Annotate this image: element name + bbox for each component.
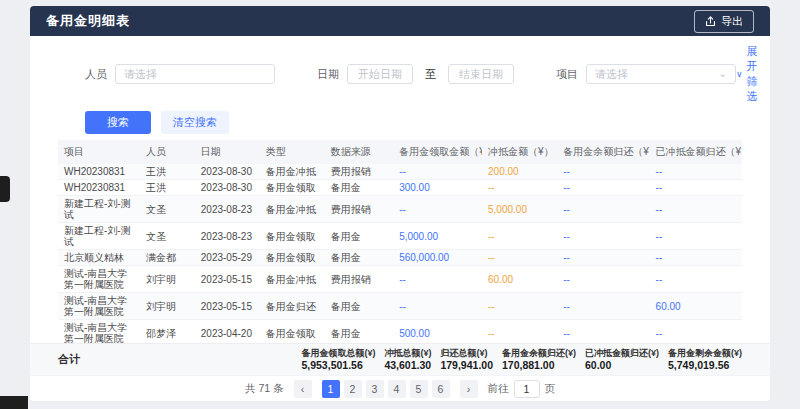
page-button[interactable]: 1: [322, 380, 340, 398]
cell-person: 满金都: [140, 250, 195, 266]
petty-cash-table: 项目人员日期类型数据来源备用金领取金额（¥）冲抵金额（¥）备用金余额归还（¥）已…: [58, 140, 742, 343]
goto-page: 前往 1 页: [488, 380, 556, 398]
goto-page-input[interactable]: 1: [514, 380, 540, 398]
table-row[interactable]: WH20230831 王洪 2023-08-30 备用金领取 备用金 300.0…: [58, 180, 742, 196]
column-header: 已冲抵金额归还（¥）: [650, 140, 742, 164]
goto-label-suffix: 页: [545, 382, 556, 396]
summary-item-value: 5,953,501.56: [301, 359, 375, 372]
cell-date: 2023-08-23: [195, 223, 260, 250]
table-row[interactable]: 新建工程-刘-测试 文圣 2023-08-23 备用金冲抵 费用报销 -- 5,…: [58, 196, 742, 223]
project-filter-label: 项目: [556, 67, 578, 82]
clear-search-button[interactable]: 清空搜索: [161, 111, 229, 134]
cell-source: 备用金: [325, 320, 393, 344]
date-start-input[interactable]: 开始日期: [347, 64, 413, 84]
page-button[interactable]: 2: [344, 380, 362, 398]
summary-item-label: 备用金领取总额(¥): [301, 347, 375, 359]
cell-source: 费用报销: [325, 196, 393, 223]
cell-source: 备用金: [325, 250, 393, 266]
content-card: 人员 请选择 日期 开始日期 至 结束日期 项目: [30, 36, 770, 401]
cell-offset-amount: --: [482, 180, 557, 196]
date-end-placeholder: 结束日期: [459, 67, 503, 82]
cell-type: 备用金领取: [260, 320, 325, 344]
search-button[interactable]: 搜索: [85, 111, 151, 134]
cell-project: WH20230831: [58, 164, 140, 180]
page-button[interactable]: 3: [366, 380, 384, 398]
cell-receive-amount: 5,000.00: [393, 223, 482, 250]
summary-item-label: 归还总额(¥): [440, 347, 493, 359]
cell-person: 王洪: [140, 164, 195, 180]
cell-offset-amount: --: [482, 250, 557, 266]
cell-source: 备用金: [325, 293, 393, 320]
prev-page-button[interactable]: ‹: [294, 380, 312, 398]
cell-offset-return: 60.00: [650, 293, 742, 320]
person-filter: 人员 请选择: [85, 64, 275, 84]
cell-offset-return: --: [650, 266, 742, 293]
cell-person: 文圣: [140, 196, 195, 223]
page-button[interactable]: 5: [410, 380, 428, 398]
cell-source: 费用报销: [325, 266, 393, 293]
table-row[interactable]: 测试-南昌大学第一附属医院 邵梦泽 2023-04-20 备用金领取 备用金 5…: [58, 320, 742, 344]
sidebar-collapse-handle[interactable]: [0, 176, 10, 202]
summary-bar: 合计 备用金领取总额(¥) 5,953,501.56 冲抵总额(¥) 43,60…: [30, 343, 770, 375]
column-header: 人员: [140, 140, 195, 164]
summary-item-label: 备用金剩余金额(¥): [668, 347, 742, 359]
expand-filters-link[interactable]: ∨ 展开筛选: [736, 44, 758, 104]
table-row[interactable]: 北京顺义精林 满金都 2023-05-29 备用金领取 备用金 560,000.…: [58, 250, 742, 266]
cell-offset-amount: --: [482, 293, 557, 320]
export-button[interactable]: 导出: [694, 10, 754, 33]
column-header: 备用金余额归还（¥）: [557, 140, 649, 164]
summary-item-value: 5,749,019.56: [668, 359, 742, 372]
chevron-down-icon: ∨: [736, 69, 743, 79]
pagination-total: 共 71 条: [245, 382, 284, 396]
cell-offset-return: --: [650, 196, 742, 223]
cell-balance-return: --: [557, 196, 649, 223]
date-start-placeholder: 开始日期: [358, 67, 402, 82]
pagination-bar: 共 71 条 ‹ 123456 › 前往 1 页: [30, 375, 770, 401]
cell-offset-amount: 60.00: [482, 266, 557, 293]
summary-label: 合计: [58, 352, 80, 367]
cell-date: 2023-08-30: [195, 180, 260, 196]
summary-item: 归还总额(¥) 179,941.00: [440, 347, 493, 372]
cell-offset-amount: 200.00: [482, 164, 557, 180]
summary-item-label: 冲抵总额(¥): [384, 347, 431, 359]
cell-date: 2023-08-23: [195, 196, 260, 223]
cell-receive-amount: 500.00: [393, 320, 482, 344]
cell-project: 测试-南昌大学第一附属医院: [58, 320, 140, 344]
next-page-button[interactable]: ›: [460, 380, 478, 398]
cell-balance-return: --: [557, 293, 649, 320]
person-filter-placeholder: 请选择: [124, 67, 157, 82]
column-header: 项目: [58, 140, 140, 164]
date-end-input[interactable]: 结束日期: [448, 64, 514, 84]
petty-cash-detail-page: 备用金明细表 导出 人员 请选择 日: [30, 6, 770, 401]
cell-date: 2023-05-29: [195, 250, 260, 266]
project-filter-select[interactable]: 请选择 ⌄: [586, 64, 736, 84]
page-title: 备用金明细表: [46, 12, 130, 30]
person-filter-input[interactable]: 请选择: [115, 64, 275, 84]
cell-offset-return: --: [650, 320, 742, 344]
bottom-left-corner-artifact: [0, 396, 28, 409]
table-row[interactable]: 测试-南昌大学第一附属医院 刘宇明 2023-05-15 备用金冲抵 费用报销 …: [58, 266, 742, 293]
table-row[interactable]: 测试-南昌大学第一附属医院 刘宇明 2023-05-15 备用金归还 备用金 -…: [58, 293, 742, 320]
cell-offset-return: --: [650, 223, 742, 250]
cell-receive-amount: --: [393, 293, 482, 320]
cell-type: 备用金冲抵: [260, 266, 325, 293]
cell-type: 备用金领取: [260, 223, 325, 250]
page-button[interactable]: 6: [432, 380, 450, 398]
cell-person: 刘宇明: [140, 293, 195, 320]
date-range-separator: 至: [425, 67, 436, 82]
table-row[interactable]: WH20230831 王洪 2023-08-30 备用金冲抵 费用报销 -- 2…: [58, 164, 742, 180]
table-row[interactable]: 新建工程-刘-测试 文圣 2023-08-23 备用金领取 备用金 5,000.…: [58, 223, 742, 250]
date-filter-label: 日期: [317, 67, 339, 82]
cell-type: 备用金冲抵: [260, 164, 325, 180]
summary-item: 备用金剩余金额(¥) 5,749,019.56: [668, 347, 742, 372]
cell-balance-return: --: [557, 320, 649, 344]
cell-source: 备用金: [325, 223, 393, 250]
filter-row: 人员 请选择 日期 开始日期 至 结束日期 项目: [85, 44, 742, 104]
summary-item: 已冲抵金额归还(¥) 60.00: [585, 347, 659, 372]
person-filter-label: 人员: [85, 67, 107, 82]
cell-project: 北京顺义精林: [58, 250, 140, 266]
page-button[interactable]: 4: [388, 380, 406, 398]
chevron-down-icon: ⌄: [719, 69, 727, 79]
cell-date: 2023-05-15: [195, 293, 260, 320]
export-icon: [705, 16, 716, 27]
